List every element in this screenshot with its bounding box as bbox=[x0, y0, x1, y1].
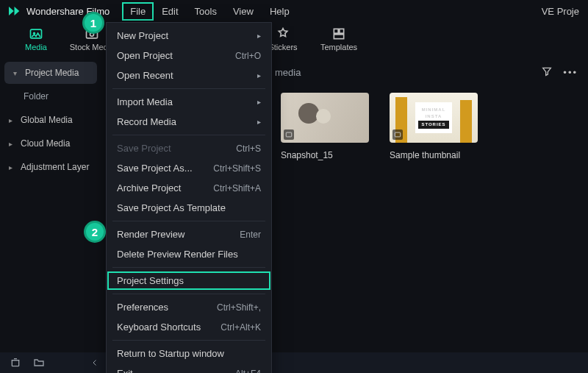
menu-item-shortcut: Enter bbox=[240, 230, 261, 240]
menu-open-recent[interactable]: Open Recent ▸ bbox=[107, 65, 271, 85]
chevron-down-icon: ▾ bbox=[13, 69, 21, 77]
svg-rect-11 bbox=[12, 360, 18, 366]
menu-item-shortcut: Ctrl+Shift+S bbox=[213, 163, 261, 174]
thumbnail-sample[interactable]: MINIMALINSTASTORIES Sample thumbnail bbox=[390, 93, 478, 160]
menu-open-project[interactable]: Open Project Ctrl+O bbox=[107, 46, 271, 65]
thumbnail-snapshot[interactable]: Snapshot_15 bbox=[281, 93, 369, 160]
sidebar-item-folder[interactable]: Folder bbox=[0, 85, 101, 107]
menu-preferences[interactable]: Preferences Ctrl+Shift+, bbox=[107, 297, 271, 317]
menu-import-media[interactable]: Import Media ▸ bbox=[107, 92, 271, 112]
chevron-right-icon: ▸ bbox=[9, 163, 16, 171]
menu-view[interactable]: View bbox=[226, 3, 261, 20]
menu-item-label: Keyboard Shortcuts bbox=[117, 322, 201, 333]
bin-icon[interactable] bbox=[9, 356, 22, 369]
chevron-right-icon: ▸ bbox=[9, 116, 16, 124]
tab-templates[interactable]: Templates bbox=[316, 26, 362, 51]
menu-item-label: Save Project As... bbox=[117, 163, 193, 174]
submenu-arrow-icon: ▸ bbox=[257, 32, 261, 40]
menu-file[interactable]: File bbox=[123, 3, 153, 20]
menu-save-as-template[interactable]: Save Project As Template bbox=[107, 198, 271, 218]
menu-item-label: Return to Startup window bbox=[117, 348, 224, 359]
image-badge-icon bbox=[392, 129, 403, 140]
menu-project-settings[interactable]: Project Settings bbox=[107, 271, 271, 291]
menu-item-shortcut: Ctrl+Shift+A bbox=[213, 183, 261, 193]
svg-rect-7 bbox=[334, 35, 343, 39]
menu-item-label: Save Project bbox=[117, 143, 171, 154]
menu-render-preview[interactable]: Render Preview Enter bbox=[107, 224, 271, 244]
menu-item-label: Project Settings bbox=[117, 275, 184, 286]
menu-separator bbox=[112, 221, 265, 221]
menu-record-media[interactable]: Record Media ▸ bbox=[107, 112, 271, 132]
menu-item-label: Render Preview bbox=[117, 229, 185, 240]
thumbnail-image: MINIMALINSTASTORIES bbox=[390, 93, 478, 143]
menu-item-label: Record Media bbox=[117, 116, 176, 127]
menu-exit[interactable]: Exit Alt+F4 bbox=[107, 363, 271, 373]
sticker-icon bbox=[276, 26, 290, 41]
template-icon bbox=[331, 26, 346, 41]
thumbnail-overlay-text: MINIMALINSTASTORIES bbox=[415, 102, 451, 132]
menu-item-label: Save Project As Template bbox=[117, 202, 226, 213]
media-icon bbox=[29, 26, 43, 41]
sidebar-item-label: Global Media bbox=[21, 115, 73, 125]
thumbnail-image bbox=[281, 93, 369, 143]
menu-keyboard-shortcuts[interactable]: Keyboard Shortcuts Ctrl+Alt+K bbox=[107, 317, 271, 337]
submenu-arrow-icon: ▸ bbox=[257, 71, 261, 79]
sidebar-item-label: Cloud Media bbox=[21, 138, 70, 149]
menu-item-label: Delete Preview Render Files bbox=[117, 249, 238, 260]
menu-delete-preview-render-files[interactable]: Delete Preview Render Files bbox=[107, 244, 271, 264]
menu-help[interactable]: Help bbox=[262, 3, 297, 20]
menu-save-project-as[interactable]: Save Project As... Ctrl+Shift+S bbox=[107, 158, 271, 178]
sidebar-item-adjustment-layer[interactable]: ▸ Adjustment Layer bbox=[0, 156, 101, 178]
menu-item-label: Open Recent bbox=[117, 70, 173, 81]
image-badge-icon bbox=[284, 129, 294, 140]
tab-label: Templates bbox=[320, 43, 357, 51]
menu-item-label: Exit bbox=[117, 368, 133, 373]
chevron-left-icon[interactable] bbox=[88, 356, 101, 369]
sidebar-item-cloud-media[interactable]: ▸ Cloud Media bbox=[0, 132, 101, 154]
menu-item-label: Archive Project bbox=[117, 182, 181, 193]
app-logo bbox=[6, 4, 21, 18]
menu-item-shortcut: Alt+F4 bbox=[235, 369, 261, 374]
menubar: File Edit Tools View Help bbox=[123, 3, 296, 20]
menu-separator bbox=[112, 135, 265, 135]
sidebar-item-project-media[interactable]: ▾ Project Media bbox=[4, 62, 97, 84]
bottombar bbox=[0, 352, 588, 373]
menu-item-label: Open Project bbox=[117, 50, 173, 61]
sidebar-item-label: Adjustment Layer bbox=[21, 162, 89, 172]
menu-return-startup[interactable]: Return to Startup window bbox=[107, 344, 271, 363]
tab-media[interactable]: Media bbox=[13, 26, 59, 51]
menu-new-project[interactable]: New Project ▸ bbox=[107, 26, 271, 46]
filter-icon[interactable] bbox=[541, 65, 553, 79]
submenu-arrow-icon: ▸ bbox=[257, 118, 261, 126]
menu-separator bbox=[112, 294, 265, 294]
menu-archive-project[interactable]: Archive Project Ctrl+Shift+A bbox=[107, 178, 271, 198]
menu-item-shortcut: Ctrl+Alt+K bbox=[220, 322, 261, 333]
more-icon[interactable]: ••• bbox=[563, 67, 578, 78]
sidebar-item-global-media[interactable]: ▸ Global Media bbox=[0, 109, 101, 131]
menu-separator bbox=[112, 88, 265, 89]
menu-item-shortcut: Ctrl+S bbox=[236, 143, 261, 154]
folder-icon[interactable] bbox=[32, 356, 46, 369]
sidebar-item-label: Folder bbox=[24, 91, 49, 102]
chevron-right-icon: ▸ bbox=[9, 140, 16, 148]
thumbnail-label: Sample thumbnail bbox=[390, 150, 478, 160]
menu-save-project: Save Project Ctrl+S bbox=[107, 138, 271, 158]
svg-rect-10 bbox=[395, 132, 401, 137]
menu-item-label: New Project bbox=[117, 30, 168, 41]
sidebar-item-label: Project Media bbox=[25, 68, 79, 78]
titlebar-right-label: VE Proje bbox=[542, 6, 582, 17]
menu-item-shortcut: Ctrl+Shift+, bbox=[217, 302, 261, 313]
menu-item-label: Import Media bbox=[117, 96, 173, 107]
menu-separator bbox=[112, 340, 265, 341]
submenu-arrow-icon: ▸ bbox=[257, 98, 261, 106]
svg-rect-6 bbox=[340, 29, 344, 33]
svg-rect-5 bbox=[334, 29, 338, 33]
main: ▾ Project Media Folder ▸ Global Media ▸ … bbox=[0, 56, 588, 352]
annotation-step-2: 2 bbox=[84, 221, 106, 243]
menu-edit[interactable]: Edit bbox=[154, 3, 185, 20]
sidebar: ▾ Project Media Folder ▸ Global Media ▸ … bbox=[0, 56, 101, 352]
file-menu-dropdown: New Project ▸ Open Project Ctrl+O Open R… bbox=[106, 22, 272, 373]
menu-separator bbox=[112, 267, 265, 268]
menu-tools[interactable]: Tools bbox=[187, 3, 224, 20]
menu-item-shortcut: Ctrl+O bbox=[235, 51, 261, 61]
